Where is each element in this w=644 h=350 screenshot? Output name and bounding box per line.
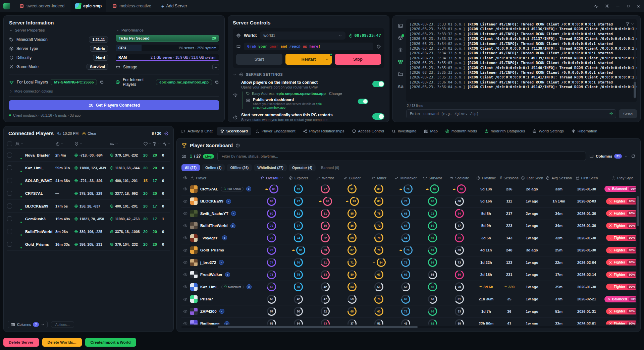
player-list-item[interactable]: GemRush315m 49s11821, 70, -85011980, 42,… <box>7 213 170 225</box>
server-tab-epic-smp[interactable]: epic-smp <box>70 0 106 12</box>
tab-hibernation[interactable]: Hibernation <box>568 127 601 135</box>
log-filter-button[interactable] <box>626 22 634 26</box>
local-address[interactable]: MY-GAMING-PC:25565 <box>51 79 97 85</box>
world-select[interactable]: world1 <box>260 32 345 40</box>
autostart-toggle[interactable] <box>372 113 384 120</box>
stop-button[interactable]: Stop <box>335 54 381 65</box>
server-tab-sweet-server-indeed[interactable]: sweet-server-indeed <box>15 0 69 12</box>
actions-button[interactable]: Actions... <box>51 321 74 328</box>
table-row[interactable]: Swift_NachoYTz80818185786872945d 5h2172w… <box>181 208 636 220</box>
row-visibility[interactable] <box>181 260 190 265</box>
restart-button[interactable]: Restart <box>285 54 332 65</box>
table-row[interactable]: j_bro272z74706171847189731d 22h1231w ago… <box>181 256 636 269</box>
column-header-last-seen[interactable]: Last Seen <box>519 176 545 180</box>
column-header-explorer[interactable]: Explorer <box>285 176 312 180</box>
player-list-item[interactable]: BLOCKEE9917m 5s158, 28, -637400, 101, -2… <box>7 200 170 213</box>
table-row[interactable]: Radiancee_z535463375143625822h 50m411w a… <box>181 318 636 325</box>
column-header-avg-session[interactable]: Avg Session <box>545 176 573 180</box>
row-checkbox[interactable] <box>7 153 12 158</box>
scoreboard-filter-input[interactable] <box>217 152 586 161</box>
tab-modrinth-mods[interactable]: modrinth Mods <box>442 127 480 135</box>
filter-chip[interactable]: Banned (0) <box>318 164 342 171</box>
tab-world-settings[interactable]: World Settings <box>529 127 567 135</box>
tab-access-control[interactable]: Access Control <box>348 127 387 135</box>
column-header-builder[interactable]: Builder <box>339 176 366 180</box>
minimize-button[interactable] <box>615 4 620 8</box>
tab-activity-chat[interactable]: Activity & Chat <box>178 127 216 135</box>
property-value[interactable]: 1.21.11 <box>89 37 108 43</box>
player-column-header[interactable]: Player <box>190 176 258 180</box>
tab-map[interactable]: Map <box>421 127 441 135</box>
performance-icon[interactable] <box>594 4 599 9</box>
heart-column-header[interactable] <box>143 141 153 146</box>
performance-header[interactable]: Performance <box>116 28 219 32</box>
players-columns-button[interactable]: Columns 7 <box>8 321 48 328</box>
row-visibility[interactable] <box>181 199 190 203</box>
add-server-button[interactable]: +Add Server <box>157 3 191 9</box>
server-tab-mobless-creative[interactable]: mobless-creative <box>108 0 156 12</box>
filter-chip[interactable]: Offline (26) <box>227 164 252 171</box>
command-input[interactable] <box>406 109 616 118</box>
row-checkbox[interactable] <box>7 229 12 234</box>
send-button[interactable]: Send <box>619 109 637 118</box>
filter-chip[interactable]: Whitelisted (27) <box>254 164 287 171</box>
row-visibility[interactable] <box>181 248 190 252</box>
server-settings-header[interactable]: SERVER SETTINGS <box>233 72 384 77</box>
copy-icon[interactable] <box>100 80 104 84</box>
player-list-item[interactable]: Gold_Prisms16m 33s386, 105, -231379, 104… <box>7 238 170 251</box>
tab-scoreboard[interactable]: Scoreboard <box>217 127 251 135</box>
get-players-connected-button[interactable]: Get Players Connected <box>9 100 219 110</box>
internet-address[interactable]: epic-smp.mc.spawnbox.app <box>156 79 212 85</box>
column-header-overall[interactable]: Overall <box>258 176 285 180</box>
property-value[interactable]: Fabric <box>90 46 108 52</box>
player-list-item[interactable]: CRYS7AL—378, 108, -2293377, 18, -9922020… <box>7 187 170 200</box>
console-scrollbar[interactable] <box>634 27 636 99</box>
tab-modrinth-datapacks[interactable]: modrinth Datapacks <box>481 127 528 135</box>
row-checkbox[interactable] <box>7 242 12 247</box>
sparkles-column-header[interactable] <box>162 141 170 146</box>
stopwatch-column-header[interactable] <box>55 141 74 146</box>
tab-investigate[interactable]: Investigate <box>388 127 420 135</box>
row-checkbox[interactable] <box>7 165 12 170</box>
people-column-header[interactable] <box>15 141 55 146</box>
pin-column-header[interactable] <box>74 141 110 146</box>
change-address-link[interactable]: Change <box>329 92 342 96</box>
motd-settings-icon[interactable] <box>376 44 381 49</box>
select-all-checkbox[interactable] <box>7 141 12 146</box>
row-visibility[interactable] <box>181 224 190 228</box>
column-header-survivor[interactable]: Survivor <box>419 176 446 180</box>
server-properties-header[interactable]: Server Properties <box>9 28 108 32</box>
table-row[interactable]: BuildTheWorldz79778586726789775d 9h2231w… <box>181 220 636 232</box>
table-row[interactable]: Kaz_Umi_Moderatorz67804283555288708d 6h3… <box>181 281 636 293</box>
row-visibility[interactable] <box>181 211 190 216</box>
table-row[interactable]: BLOCKEE99z82779093837096685d 16h1111w ag… <box>181 195 636 208</box>
player-list-item[interactable]: BuildTheWorld8m 26s389, 106, -2253378, 1… <box>7 225 170 238</box>
row-checkbox[interactable] <box>7 203 12 209</box>
gear-rail-button[interactable] <box>398 47 403 54</box>
console-log[interactable]: [2026-03-23, 3:33:01 p.m.] [RCON Listene… <box>406 19 637 102</box>
folder-rail-button[interactable] <box>398 71 403 78</box>
row-visibility[interactable] <box>181 309 190 313</box>
filter-chip[interactable]: Operator (4) <box>289 164 316 171</box>
column-header-warrior[interactable]: Warrior <box>312 176 339 180</box>
more-connection-options[interactable]: More connection options <box>9 89 219 93</box>
delete-worlds-button[interactable]: Delete Worlds... <box>42 338 82 347</box>
maximize-button[interactable] <box>626 4 630 8</box>
column-header-play-style[interactable]: Play Style <box>601 176 636 180</box>
row-visibility[interactable] <box>181 322 190 325</box>
filter-chip[interactable]: All (27) <box>181 164 200 171</box>
column-header-first-seen[interactable]: First Seen <box>573 176 601 180</box>
bed-column-header[interactable] <box>110 141 143 146</box>
dashboard-toggle[interactable] <box>358 99 368 104</box>
table-row[interactable]: ZAP4200z57505268607266331d 7h361w ago51m… <box>181 305 636 318</box>
start-button[interactable]: Start <box>236 54 282 65</box>
row-visibility[interactable] <box>181 273 190 277</box>
copy-icon[interactable] <box>215 80 219 84</box>
cubes-rail-button[interactable] <box>398 59 403 66</box>
create-world-button[interactable]: Create/Import a World <box>85 338 136 347</box>
row-checkbox[interactable] <box>7 178 12 183</box>
scoreboard-columns-button[interactable]: Columns 21 <box>589 154 628 159</box>
column-header-miner[interactable]: Miner <box>366 176 392 180</box>
property-value[interactable]: Hard <box>93 55 108 61</box>
table-row[interactable]: FrostWalkerz71756380636958862d 18h2311w … <box>181 269 636 281</box>
